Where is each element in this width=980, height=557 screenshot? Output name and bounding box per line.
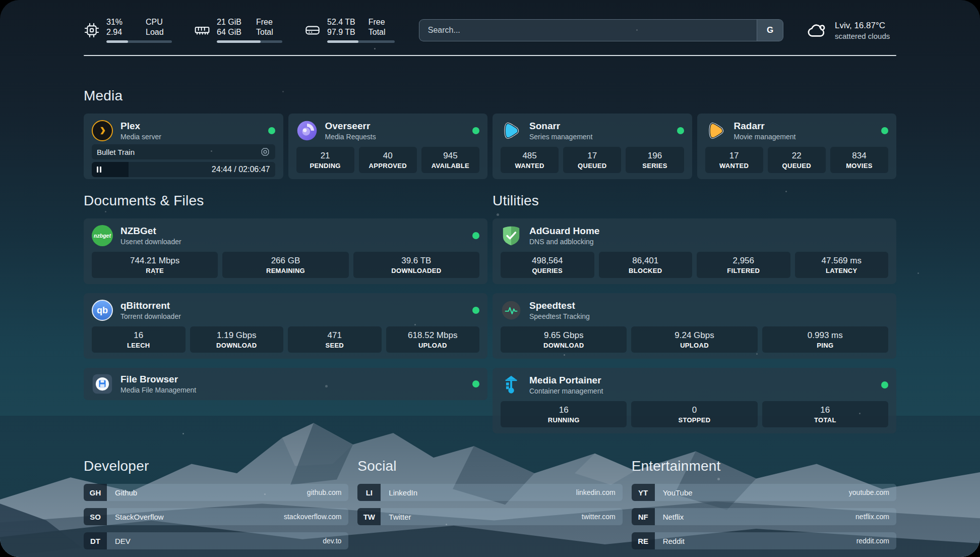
- app-title: Radarr: [734, 120, 796, 132]
- section-title-developer: Developer: [84, 458, 348, 475]
- top-bar: 31% 2.94 CPU Load: [84, 17, 896, 43]
- status-dot: [268, 127, 275, 134]
- stat-download: 9.65 GbpsDOWNLOAD: [501, 326, 627, 353]
- app-card-plex[interactable]: Plex Media server Bullet Train: [84, 114, 283, 179]
- status-dot: [881, 381, 888, 388]
- app-card-filebrowser[interactable]: File Browser Media File Management: [84, 368, 487, 400]
- app-card-sonarr[interactable]: Sonarr Series management 485WANTED 17QUE…: [493, 114, 692, 179]
- stat-stopped: 0STOPPED: [631, 401, 757, 427]
- stat-latency: 47.569 msLATENCY: [795, 252, 889, 278]
- section-title-entertainment: Entertainment: [632, 458, 896, 475]
- stat-remaining: 266 GBREMAINING: [222, 252, 348, 278]
- qbittorrent-icon-text: qb: [97, 305, 108, 316]
- ram-labels: Free Total: [256, 17, 282, 37]
- app-title: Sonarr: [529, 120, 592, 132]
- stat-pending: 21PENDING: [296, 147, 354, 173]
- stat-leech: 16LEECH: [92, 326, 186, 353]
- pause-icon[interactable]: [97, 166, 101, 173]
- app-card-qbittorrent[interactable]: qb qBittorrent Torrent downloader 16LEEC…: [84, 293, 487, 359]
- section-documents-files: Documents & Files nzbget NZBGet Usenet d…: [84, 192, 487, 409]
- bookmark-abbr: YT: [632, 484, 655, 501]
- now-playing-title: Bullet Train: [97, 148, 135, 156]
- app-title: qBittorrent: [120, 300, 181, 312]
- cpu-chip-icon: [84, 22, 100, 38]
- app-title: NZBGet: [120, 225, 181, 237]
- section-title-social: Social: [357, 458, 622, 475]
- qbittorrent-icon: qb: [92, 300, 113, 321]
- total-label: Total: [256, 27, 282, 37]
- playback-progress-row[interactable]: 24:44 / 02:06:47: [92, 162, 275, 177]
- stat-filtered: 2,956FILTERED: [697, 252, 790, 278]
- app-card-overseerr[interactable]: Overseerr Media Requests 21PENDING 40APP…: [288, 114, 488, 179]
- section-developer: Developer GH Github github.com SO StackO…: [84, 458, 348, 556]
- bookmark-url: reddit.com: [856, 537, 889, 545]
- app-subtitle: Media Requests: [325, 132, 376, 141]
- app-card-speedtest[interactable]: Speedtest Speedtest Tracking 9.65 GbpsDO…: [493, 293, 896, 359]
- sonarr-icon: [501, 120, 522, 141]
- disk-free: 52.4 TB: [327, 17, 355, 27]
- stat-download: 1.19 GbpsDOWNLOAD: [190, 326, 284, 353]
- bookmark-netflix[interactable]: NF Netflix netflix.com: [632, 508, 896, 525]
- plex-icon: [92, 120, 113, 141]
- load-label: Load: [146, 27, 172, 37]
- status-dot: [472, 307, 479, 314]
- bookmark-name: Twitter: [389, 513, 411, 521]
- radarr-icon: [705, 120, 726, 141]
- status-dot: [472, 127, 479, 134]
- cpu-labels: CPU Load: [146, 17, 172, 37]
- status-dot: [677, 127, 684, 134]
- status-dot: [472, 380, 479, 387]
- nzbget-icon-text: nzbget: [94, 233, 111, 239]
- app-title: Speedtest: [529, 300, 590, 312]
- system-monitors: 31% 2.94 CPU Load: [84, 17, 395, 43]
- ram-total: 64 GiB: [217, 27, 243, 37]
- section-title-media: Media: [84, 87, 896, 104]
- search-engine-button[interactable]: G: [757, 20, 783, 41]
- app-card-nzbget[interactable]: nzbget NZBGet Usenet downloader 744.21 M…: [84, 218, 487, 284]
- bookmark-twitter[interactable]: TW Twitter twitter.com: [357, 508, 622, 525]
- section-social: Social LI LinkedIn linkedin.com TW Twitt…: [357, 458, 622, 556]
- stat-blocked: 86,401BLOCKED: [599, 252, 693, 278]
- app-subtitle: Container management: [529, 386, 603, 396]
- bookmark-name: Github: [115, 488, 137, 497]
- app-subtitle: Series management: [529, 132, 592, 141]
- app-title: Overseerr: [325, 120, 376, 132]
- cpu-monitor: 31% 2.94 CPU Load: [84, 17, 172, 43]
- app-title: AdGuard Home: [529, 225, 599, 237]
- bookmark-abbr: TW: [357, 508, 381, 525]
- weather-location-temp: Lviv, 16.87°C: [835, 20, 890, 31]
- cpu-values: 31% 2.94: [106, 17, 133, 37]
- bookmark-linkedin[interactable]: LI LinkedIn linkedin.com: [357, 484, 622, 501]
- bookmark-url: twitter.com: [582, 513, 616, 521]
- app-subtitle: Torrent downloader: [120, 312, 181, 321]
- disk-values: 52.4 TB 97.9 TB: [327, 17, 355, 37]
- bookmark-reddit[interactable]: RE Reddit reddit.com: [632, 532, 896, 549]
- app-title: Media Portainer: [529, 374, 603, 386]
- bookmark-github[interactable]: GH Github github.com: [84, 484, 348, 501]
- app-card-radarr[interactable]: Radarr Movie management 17WANTED 22QUEUE…: [697, 114, 897, 179]
- bookmark-stackoverflow[interactable]: SO StackOverflow stackoverflow.com: [84, 508, 348, 525]
- ram-monitor: 21 GiB 64 GiB Free Total: [194, 17, 282, 43]
- section-title-documents: Documents & Files: [84, 192, 487, 209]
- cpu-usage-bar: [106, 40, 172, 43]
- bookmark-name: StackOverflow: [115, 513, 164, 521]
- ram-icon: [194, 22, 210, 38]
- weather-condition: scattered clouds: [835, 31, 890, 41]
- speedtest-icon: [501, 300, 522, 321]
- playback-time: 24:44 / 02:06:47: [212, 165, 270, 174]
- weather-widget[interactable]: Lviv, 16.87°C scattered clouds: [807, 20, 896, 41]
- app-subtitle: Media server: [120, 132, 161, 141]
- bookmark-name: LinkedIn: [389, 488, 417, 497]
- app-card-adguard[interactable]: AdGuard Home DNS and adblocking 498,564Q…: [493, 218, 896, 284]
- bookmark-dev[interactable]: DT DEV dev.to: [84, 532, 348, 549]
- cpu-load-value: 2.94: [106, 27, 133, 37]
- search-input[interactable]: [419, 20, 757, 41]
- dashboard-page: 31% 2.94 CPU Load: [0, 0, 980, 557]
- bookmark-youtube[interactable]: YT YouTube youtube.com: [632, 484, 896, 501]
- app-card-portainer[interactable]: Media Portainer Container management 16R…: [493, 368, 896, 433]
- app-subtitle: Media File Management: [120, 385, 196, 395]
- cpu-usage: 31%: [106, 17, 133, 27]
- app-subtitle: Movie management: [734, 132, 796, 141]
- stat-rate: 744.21 MbpsRATE: [92, 252, 218, 278]
- search-bar[interactable]: G: [419, 19, 783, 41]
